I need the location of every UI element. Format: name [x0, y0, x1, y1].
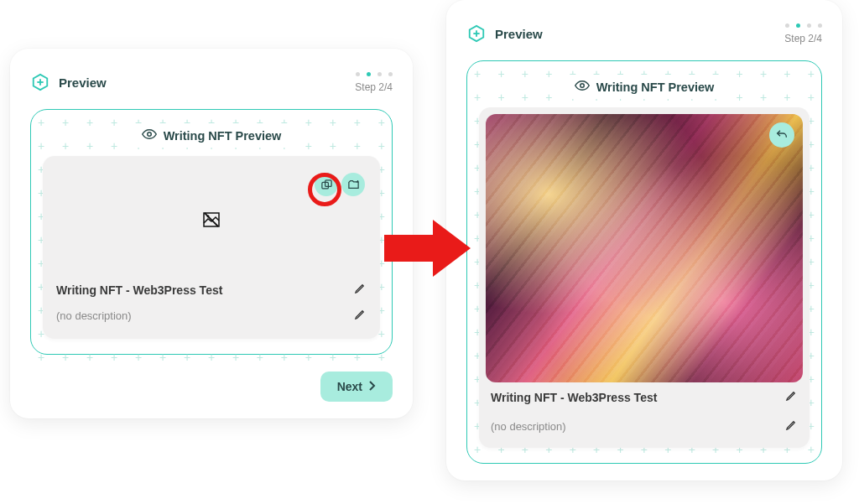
preview-frame: +++++++++++++++ +++++++++++++++ ++++++++… [30, 109, 393, 355]
chevron-right-icon [369, 380, 376, 393]
step-dots [785, 23, 822, 28]
nft-generated-image [486, 114, 803, 382]
plus-hex-icon [466, 23, 487, 44]
plus-hex-icon [30, 72, 50, 92]
preview-panel-before: Preview Step 2/4 +++++++++++++++ +++++++… [10, 49, 413, 418]
nft-description: (no description) [491, 420, 566, 433]
step-label: Step 2/4 [784, 33, 822, 44]
broken-image-icon [201, 210, 221, 235]
step-dot-2[interactable] [796, 23, 800, 28]
panel-header: Preview Step 2/4 [30, 67, 393, 97]
step-dot-3[interactable] [377, 72, 382, 76]
edit-title-button[interactable] [785, 389, 798, 405]
transition-arrow-icon [384, 218, 472, 278]
edit-title-button[interactable] [354, 282, 367, 298]
panel-title: Preview [495, 27, 543, 41]
nft-title: Writing NFT - Web3Press Test [56, 283, 222, 297]
nft-image-area [55, 168, 368, 277]
step-label: Step 2/4 [355, 81, 393, 93]
eye-icon [575, 78, 590, 96]
nft-description: (no description) [56, 309, 132, 322]
preview-panel-after: Preview Step 2/4 +++++++++++++++ +++++++… [446, 0, 842, 481]
preview-inner-title: Writing NFT Preview [566, 75, 723, 99]
svg-marker-9 [384, 220, 471, 277]
panel-header: Preview Step 2/4 [466, 18, 822, 49]
step-dot-4[interactable] [818, 23, 822, 28]
step-dot-1[interactable] [785, 23, 789, 28]
edit-description-button[interactable] [785, 418, 798, 434]
step-dot-2[interactable] [367, 72, 371, 76]
svg-point-3 [147, 132, 151, 137]
undo-image-button[interactable] [769, 122, 794, 148]
svg-point-13 [580, 84, 584, 88]
preview-frame: +++++++++++++++ +++++++++++++++ ++++++++… [466, 60, 822, 464]
panel-title: Preview [59, 75, 107, 90]
step-dots [356, 72, 393, 76]
eye-icon [142, 127, 157, 144]
stepper: Step 2/4 [784, 23, 822, 44]
step-dot-3[interactable] [807, 23, 811, 28]
upload-image-button[interactable] [341, 173, 365, 196]
step-dot-1[interactable] [356, 72, 360, 76]
stepper: Step 2/4 [355, 72, 393, 93]
inner-title-text: Writing NFT Preview [164, 129, 282, 143]
preview-inner-title: Writing NFT Preview [133, 123, 290, 148]
next-button-label: Next [337, 380, 362, 393]
nft-card: Writing NFT - Web3Press Test (no descrip… [43, 156, 380, 339]
inner-title-text: Writing NFT Preview [596, 81, 715, 94]
nft-title: Writing NFT - Web3Press Test [491, 391, 657, 404]
generate-image-button[interactable] [315, 173, 338, 196]
step-dot-4[interactable] [388, 72, 393, 76]
nft-card: Writing NFT - Web3Press Test (no descrip… [479, 107, 810, 448]
edit-description-button[interactable] [354, 308, 367, 324]
next-button[interactable]: Next [320, 372, 393, 402]
